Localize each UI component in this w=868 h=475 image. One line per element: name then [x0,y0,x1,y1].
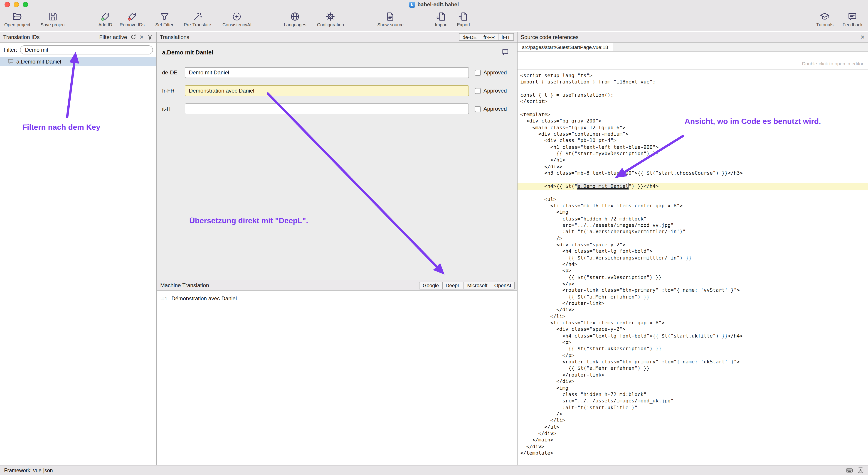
clear-filter-icon[interactable]: ✕ [140,34,144,40]
toolbar-label: Pre-Translate [184,22,211,27]
entry-title-row: a.Demo mit Daniel [157,43,517,56]
panel-title: Translation IDs [3,34,40,40]
add-id-button[interactable]: Add ID [98,11,112,27]
globe-icon [290,11,300,22]
approved-checkbox-de[interactable] [475,70,481,75]
close-panel-icon[interactable]: ✕ [860,34,865,40]
set-filter-button[interactable]: Set Filter [155,11,174,27]
translation-ids-panel: Translation IDs Filter active ✕ Filter: … [0,32,157,465]
toolbar-label: Show source [377,22,404,27]
languages-button[interactable]: Languages [284,11,306,27]
funnel-icon [159,11,169,22]
mt-provider-deepl[interactable]: DeepL [442,281,464,289]
toolbar: Open project Save project Add ID Remove … [0,9,868,31]
language-label: de-DE [162,69,185,76]
language-tab-fr[interactable]: fr-FR [480,33,498,41]
toolbar-label: Set Filter [155,22,174,27]
toolbar-label: Export [457,22,470,27]
translation-row-de: de-DE Approved [162,67,517,78]
translation-id-item-selected[interactable]: a.Demo mit Daniel [0,57,156,66]
mt-provider-google[interactable]: Google [419,281,442,289]
translation-input-de[interactable] [185,67,469,78]
machine-translation-body: ⌘1 Démonstration avec Daniel [157,291,517,465]
translations-panel: Translations de-DE fr-FR it-IT a.Demo mi… [157,32,518,465]
language-tabs: de-DE fr-FR it-IT [459,33,514,41]
translation-input-fr[interactable] [185,85,469,96]
refresh-icon[interactable] [130,34,136,40]
file-reference-tab[interactable]: src/pages/start/GuestStartPage.vue:18 [518,43,613,51]
speech-bubble-icon [847,11,858,22]
input-source-icon[interactable] [857,467,864,474]
language-tab-de[interactable]: de-DE [459,33,480,41]
language-tab-it[interactable]: it-IT [498,33,514,41]
remove-ids-button[interactable]: Remove IDs [120,11,145,27]
window-title-area: b babel-edit.babel [409,0,459,9]
translation-id-label: a.Demo mit Daniel [17,58,61,65]
translation-ids-header: Translation IDs Filter active ✕ [0,32,156,43]
filter-menu-icon[interactable] [147,34,153,40]
toolbar-label: Feedback [843,22,863,27]
feedback-button[interactable]: Feedback [843,11,863,27]
file-reference-bar: src/pages/start/GuestStartPage.vue:18 [518,43,868,52]
export-icon [458,11,469,22]
configuration-button[interactable]: Configuration [317,11,344,27]
import-icon [436,11,446,22]
sparkle-badge-icon [232,11,242,22]
filter-label: Filter: [4,47,17,53]
code-block-after: <ul> <li class="mb-16 flex items-center … [518,190,868,456]
filter-active-label: Filter active [99,34,127,40]
tutorials-button[interactable]: Tutorials [816,11,834,27]
translation-id-list: a.Demo mit Daniel [0,57,156,66]
highlighted-code-line[interactable]: <h4>{{ $t("a.Demo mit Daniel") }}</h4> [518,183,868,190]
approved-label: Approved [484,106,507,112]
save-project-button[interactable]: Save project [40,11,66,27]
document-icon: b [409,2,415,7]
traffic-lights [4,2,28,7]
zoom-window-button[interactable] [23,2,28,7]
translations-editor: a.Demo mit Daniel de-DE Approved fr-FR [157,43,517,280]
mt-provider-microsoft[interactable]: Microsoft [464,281,491,289]
framework-status: Framework: vue-json [4,468,53,473]
toolbar-label: Tutorials [816,22,834,27]
approved-checkbox-fr[interactable] [475,88,481,94]
app-window: b babel-edit.babel Open project Save pro… [0,0,868,475]
mt-suggestion-text: Démonstration avec Daniel [172,295,237,302]
filter-input[interactable] [20,45,153,55]
annotation-filter-note: Filtern nach dem Key [22,123,100,132]
mt-provider-openai[interactable]: OpenAI [491,281,515,289]
toolbar-label: Configuration [317,22,344,27]
toolbar-label: Add ID [98,22,112,27]
source-references-panel: Source code references ✕ src/pages/start… [518,32,868,465]
import-button[interactable]: Import [435,11,448,27]
tag-plus-icon [100,11,111,22]
status-bar: Framework: vue-json [0,465,868,475]
pre-translate-button[interactable]: Pre-Translate [184,11,211,27]
translation-row-it: it-IT Approved [162,103,517,114]
editor-hint-row: Double-click to open in editor [518,52,868,70]
gear-icon [325,11,336,22]
source-code-view: <script setup lang="ts"> import { useTra… [518,70,868,465]
minimize-window-button[interactable] [13,2,19,7]
open-project-button[interactable]: Open project [4,11,30,27]
mt-suggestion[interactable]: ⌘1 Démonstration avec Daniel [160,295,517,302]
show-source-button[interactable]: Show source [377,11,404,27]
consistency-ai-button[interactable]: ConsistencyAI [222,11,251,27]
comment-icon[interactable] [502,48,509,56]
translation-input-it[interactable] [185,103,469,114]
filter-row: Filter: [4,45,153,55]
entry-title: a.Demo mit Daniel [162,49,502,56]
export-button[interactable]: Export [457,11,470,27]
source-document-icon [385,11,396,22]
panel-title: Source code references [521,34,579,40]
approved-checkbox-it[interactable] [475,106,481,112]
magic-wand-icon [192,11,203,22]
toolbar-label: Open project [4,22,30,27]
keyboard-icon[interactable] [846,467,853,474]
close-window-button[interactable] [4,2,10,7]
id-bubble-icon [8,59,13,64]
toolbar-label: ConsistencyAI [222,22,251,27]
toolbar-label: Save project [40,22,66,27]
annotation-deepl-note: Übersetzung direkt mit "DeepL". [189,216,308,226]
machine-translation-title: Machine Translation [160,282,209,289]
highlighted-translation-key: a.Demo mit Daniel [577,183,629,190]
